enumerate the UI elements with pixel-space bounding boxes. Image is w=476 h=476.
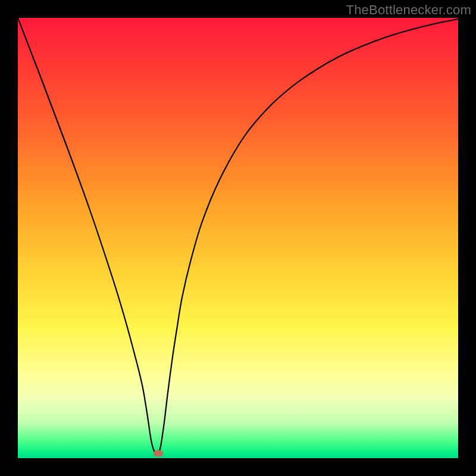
bottleneck-curve — [18, 18, 458, 453]
chart-frame: TheBottlenecker.com — [0, 0, 476, 476]
curve-svg — [18, 18, 458, 458]
attribution-text: TheBottlenecker.com — [346, 2, 471, 18]
plot-area — [18, 18, 458, 458]
optimum-marker — [154, 450, 163, 457]
